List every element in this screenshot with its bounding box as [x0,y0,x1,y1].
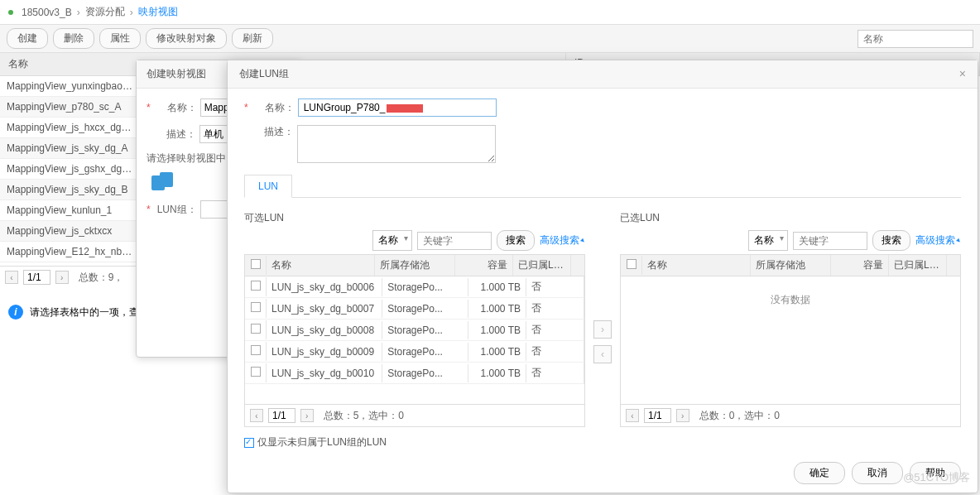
search-button[interactable]: 搜索 [872,230,910,251]
cell-name: LUN_js_sky_dg_b0010 [267,364,382,382]
row-checkbox[interactable] [251,324,261,334]
total-text: 总数：9， [79,271,124,285]
only-unassigned-checkbox[interactable] [244,438,254,448]
page-next-icon[interactable]: › [300,409,314,422]
page-prev-icon[interactable]: ‹ [250,409,263,422]
table-row[interactable]: LUN_js_sky_dg_b0010StoragePo...1.000 TB否 [245,363,584,384]
required-icon: * [147,102,151,113]
refresh-button[interactable]: 刷新 [232,28,273,49]
bc-section[interactable]: 资源分配 [85,5,125,19]
only-unassigned-label: 仅显示未归属于LUN组的LUN [257,435,387,449]
lun-desc-label: 描述： [252,125,294,139]
delete-button[interactable]: 删除 [53,28,94,49]
list-item[interactable]: MappingView_p780_sc_A [0,97,139,118]
move-left-button[interactable]: ‹ [593,345,612,363]
chevron-right-icon: › [130,7,133,18]
table-row[interactable]: LUN_js_sky_dg_b0009StoragePo...1.000 TB否 [245,341,584,363]
lun-desc-input[interactable] [297,125,496,163]
page-next-icon[interactable]: › [55,271,69,284]
info-hint: i 请选择表格中的一项，查 [8,305,139,320]
col-lun-name[interactable]: 名称 [642,255,751,276]
select-all-checkbox[interactable] [251,259,261,269]
row-checkbox[interactable] [251,281,261,291]
breadcrumb: 18500v3_B › 资源分配 › 映射视图 [0,0,980,24]
list-item[interactable]: MappingView_yunxingbaozhang [0,76,139,97]
list-item[interactable]: MappingView_E12_hx_nb_ADG [0,242,139,262]
cancel-button[interactable]: 取消 [852,462,903,484]
tab-lun[interactable]: LUN [244,175,292,198]
move-right-button[interactable]: › [593,320,612,339]
table-row[interactable]: LUN_js_sky_dg_b0008StoragePo...1.000 TB否 [245,320,584,341]
empty-text: 没有数据 [621,276,960,324]
page-select[interactable]: 1/1 [644,408,671,423]
search-input[interactable] [858,30,973,48]
advanced-search-link[interactable]: 高级搜索 [915,233,961,248]
keyword-input[interactable] [793,232,867,250]
cell-name: LUN_js_sky_dg_b0008 [267,321,382,339]
row-checkbox[interactable] [251,367,261,377]
list-item[interactable]: MappingView_js_cktxcx [0,221,139,242]
search-button[interactable]: 搜索 [497,230,535,251]
list-item[interactable]: MappingView_js_gshx_dg_AB [0,159,139,180]
info-text: 请选择表格中的一项，查 [30,305,139,320]
chosen-panel: 已选LUN 名称 搜索 高级搜索 名称 所属存储池 容量 已归属LU... [620,206,961,427]
bc-device[interactable]: 18500v3_B [22,7,72,18]
info-icon: i [8,305,23,320]
list-item[interactable]: MappingView_kunlun_1 [0,200,139,221]
col-lun-name[interactable]: 名称 [267,255,375,276]
cell-name: LUN_js_sky_dg_b0006 [267,278,382,296]
cell-owned: 否 [526,363,584,383]
col-capacity[interactable]: 容量 [455,255,513,276]
watermark: @51CTO博客 [903,470,970,485]
cell-pool: StoragePo... [382,278,468,296]
cell-capacity: 1.000 TB [468,278,526,296]
col-owned[interactable]: 已归属LU... [513,255,571,276]
lun-group-label: LUN组： [156,203,197,217]
row-checkbox[interactable] [251,345,261,355]
cell-capacity: 1.000 TB [468,343,526,361]
list-item[interactable]: MappingView_js_sky_dg_B [0,180,139,200]
table-row[interactable]: LUN_js_sky_dg_b0007StoragePo...1.000 TB否 [245,298,584,320]
row-checkbox[interactable] [251,302,261,312]
redacted-icon [387,104,423,113]
search-field-select[interactable]: 名称 [748,230,788,251]
ok-button[interactable]: 确定 [794,462,845,484]
col-capacity[interactable]: 容量 [831,255,889,276]
col-pool[interactable]: 所属存储池 [751,255,831,276]
page-select[interactable]: 1/1 [268,408,295,423]
tabs: LUN [244,175,961,198]
modify-mapping-button[interactable]: 修改映射对象 [146,28,227,49]
cell-pool: StoragePo... [382,364,468,382]
storage-icon [151,172,176,192]
properties-button[interactable]: 属性 [99,28,141,49]
list-item[interactable]: MappingView_js_hxcx_dg_AB [0,118,139,138]
total-text: 总数：0，选中：0 [699,409,780,423]
cell-pool: StoragePo... [382,300,468,318]
cell-capacity: 1.000 TB [468,364,526,382]
col-owned[interactable]: 已归属LU... [889,255,947,276]
required-icon: * [147,204,151,215]
page-prev-icon[interactable]: ‹ [5,271,18,284]
advanced-search-link[interactable]: 高级搜索 [540,233,585,248]
search-field-select[interactable]: 名称 [372,230,412,251]
cell-owned: 否 [526,298,584,319]
available-panel: 可选LUN 名称 搜索 高级搜索 名称 所属存储池 容量 已归属LU... [244,206,585,427]
cell-owned: 否 [526,276,584,297]
lun-name-input[interactable]: LUNGroup_P780_ [298,99,497,117]
create-button[interactable]: 创建 [7,28,48,49]
create-lun-group-modal: 创建LUN组 × * 名称： LUNGroup_P780_ 描述： LUN 可选… [227,60,978,493]
cell-pool: StoragePo... [382,343,468,361]
table-row[interactable]: LUN_js_sky_dg_b0006StoragePo...1.000 TB否 [245,276,584,298]
select-all-checkbox[interactable] [627,259,637,269]
col-pool[interactable]: 所属存储池 [375,255,455,276]
page-prev-icon[interactable]: ‹ [626,409,639,422]
total-text: 总数：5，选中：0 [324,409,404,423]
search-box [858,30,973,48]
page-select[interactable]: 1/1 [23,270,50,285]
cell-name: LUN_js_sky_dg_b0007 [267,300,382,318]
close-icon[interactable]: × [959,67,966,81]
cell-capacity: 1.000 TB [468,321,526,339]
keyword-input[interactable] [417,232,492,250]
page-next-icon[interactable]: › [676,409,689,422]
list-item[interactable]: MappingView_js_sky_dg_A [0,138,139,159]
